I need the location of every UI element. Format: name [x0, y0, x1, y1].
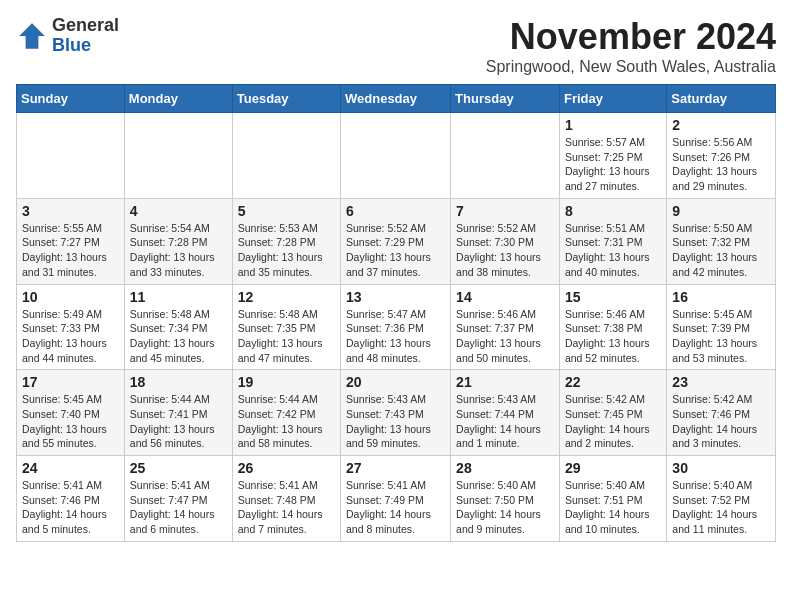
calendar-cell: 20Sunrise: 5:43 AM Sunset: 7:43 PM Dayli…	[341, 370, 451, 456]
day-number: 10	[22, 289, 119, 305]
header: General Blue November 2024 Springwood, N…	[16, 16, 776, 76]
weekday-header: Thursday	[451, 85, 560, 113]
calendar-cell: 23Sunrise: 5:42 AM Sunset: 7:46 PM Dayli…	[667, 370, 776, 456]
calendar-cell: 25Sunrise: 5:41 AM Sunset: 7:47 PM Dayli…	[124, 456, 232, 542]
day-info: Sunrise: 5:44 AM Sunset: 7:41 PM Dayligh…	[130, 392, 227, 451]
logo-general: General	[52, 16, 119, 36]
day-info: Sunrise: 5:40 AM Sunset: 7:50 PM Dayligh…	[456, 478, 554, 537]
day-number: 28	[456, 460, 554, 476]
calendar-cell	[17, 113, 125, 199]
day-number: 26	[238, 460, 335, 476]
day-info: Sunrise: 5:41 AM Sunset: 7:48 PM Dayligh…	[238, 478, 335, 537]
calendar-cell	[341, 113, 451, 199]
calendar-cell: 28Sunrise: 5:40 AM Sunset: 7:50 PM Dayli…	[451, 456, 560, 542]
calendar-week-row: 3Sunrise: 5:55 AM Sunset: 7:27 PM Daylig…	[17, 198, 776, 284]
day-info: Sunrise: 5:52 AM Sunset: 7:29 PM Dayligh…	[346, 221, 445, 280]
day-number: 4	[130, 203, 227, 219]
day-info: Sunrise: 5:42 AM Sunset: 7:46 PM Dayligh…	[672, 392, 770, 451]
weekday-header: Monday	[124, 85, 232, 113]
day-number: 18	[130, 374, 227, 390]
calendar-cell: 12Sunrise: 5:48 AM Sunset: 7:35 PM Dayli…	[232, 284, 340, 370]
day-number: 17	[22, 374, 119, 390]
day-number: 1	[565, 117, 661, 133]
day-info: Sunrise: 5:45 AM Sunset: 7:40 PM Dayligh…	[22, 392, 119, 451]
day-info: Sunrise: 5:45 AM Sunset: 7:39 PM Dayligh…	[672, 307, 770, 366]
day-info: Sunrise: 5:51 AM Sunset: 7:31 PM Dayligh…	[565, 221, 661, 280]
day-number: 27	[346, 460, 445, 476]
day-number: 11	[130, 289, 227, 305]
day-info: Sunrise: 5:57 AM Sunset: 7:25 PM Dayligh…	[565, 135, 661, 194]
calendar-cell: 8Sunrise: 5:51 AM Sunset: 7:31 PM Daylig…	[559, 198, 666, 284]
day-info: Sunrise: 5:41 AM Sunset: 7:49 PM Dayligh…	[346, 478, 445, 537]
day-info: Sunrise: 5:53 AM Sunset: 7:28 PM Dayligh…	[238, 221, 335, 280]
day-number: 9	[672, 203, 770, 219]
weekday-header-row: SundayMondayTuesdayWednesdayThursdayFrid…	[17, 85, 776, 113]
calendar-cell: 5Sunrise: 5:53 AM Sunset: 7:28 PM Daylig…	[232, 198, 340, 284]
day-info: Sunrise: 5:42 AM Sunset: 7:45 PM Dayligh…	[565, 392, 661, 451]
logo-blue: Blue	[52, 36, 119, 56]
day-number: 16	[672, 289, 770, 305]
day-info: Sunrise: 5:46 AM Sunset: 7:37 PM Dayligh…	[456, 307, 554, 366]
day-number: 22	[565, 374, 661, 390]
calendar-cell: 22Sunrise: 5:42 AM Sunset: 7:45 PM Dayli…	[559, 370, 666, 456]
day-number: 12	[238, 289, 335, 305]
day-number: 14	[456, 289, 554, 305]
calendar-week-row: 17Sunrise: 5:45 AM Sunset: 7:40 PM Dayli…	[17, 370, 776, 456]
logo-text: General Blue	[52, 16, 119, 56]
day-info: Sunrise: 5:41 AM Sunset: 7:47 PM Dayligh…	[130, 478, 227, 537]
day-number: 19	[238, 374, 335, 390]
calendar-cell	[451, 113, 560, 199]
calendar-cell: 29Sunrise: 5:40 AM Sunset: 7:51 PM Dayli…	[559, 456, 666, 542]
calendar-cell: 17Sunrise: 5:45 AM Sunset: 7:40 PM Dayli…	[17, 370, 125, 456]
calendar-cell	[124, 113, 232, 199]
logo-icon	[16, 20, 48, 52]
day-number: 15	[565, 289, 661, 305]
calendar-cell: 14Sunrise: 5:46 AM Sunset: 7:37 PM Dayli…	[451, 284, 560, 370]
day-info: Sunrise: 5:40 AM Sunset: 7:51 PM Dayligh…	[565, 478, 661, 537]
calendar-cell: 6Sunrise: 5:52 AM Sunset: 7:29 PM Daylig…	[341, 198, 451, 284]
day-number: 7	[456, 203, 554, 219]
day-info: Sunrise: 5:55 AM Sunset: 7:27 PM Dayligh…	[22, 221, 119, 280]
calendar-week-row: 1Sunrise: 5:57 AM Sunset: 7:25 PM Daylig…	[17, 113, 776, 199]
location-title: Springwood, New South Wales, Australia	[486, 58, 776, 76]
calendar-cell: 19Sunrise: 5:44 AM Sunset: 7:42 PM Dayli…	[232, 370, 340, 456]
weekday-header: Saturday	[667, 85, 776, 113]
calendar-cell: 27Sunrise: 5:41 AM Sunset: 7:49 PM Dayli…	[341, 456, 451, 542]
calendar-table: SundayMondayTuesdayWednesdayThursdayFrid…	[16, 84, 776, 542]
day-number: 23	[672, 374, 770, 390]
calendar-cell	[232, 113, 340, 199]
day-number: 25	[130, 460, 227, 476]
calendar-cell: 7Sunrise: 5:52 AM Sunset: 7:30 PM Daylig…	[451, 198, 560, 284]
day-info: Sunrise: 5:40 AM Sunset: 7:52 PM Dayligh…	[672, 478, 770, 537]
day-number: 6	[346, 203, 445, 219]
logo: General Blue	[16, 16, 119, 56]
calendar-cell: 13Sunrise: 5:47 AM Sunset: 7:36 PM Dayli…	[341, 284, 451, 370]
day-info: Sunrise: 5:48 AM Sunset: 7:35 PM Dayligh…	[238, 307, 335, 366]
day-number: 5	[238, 203, 335, 219]
day-info: Sunrise: 5:41 AM Sunset: 7:46 PM Dayligh…	[22, 478, 119, 537]
day-number: 20	[346, 374, 445, 390]
title-section: November 2024 Springwood, New South Wale…	[486, 16, 776, 76]
day-info: Sunrise: 5:43 AM Sunset: 7:43 PM Dayligh…	[346, 392, 445, 451]
calendar-cell: 30Sunrise: 5:40 AM Sunset: 7:52 PM Dayli…	[667, 456, 776, 542]
calendar-cell: 21Sunrise: 5:43 AM Sunset: 7:44 PM Dayli…	[451, 370, 560, 456]
svg-marker-0	[19, 23, 45, 49]
day-info: Sunrise: 5:56 AM Sunset: 7:26 PM Dayligh…	[672, 135, 770, 194]
calendar-cell: 9Sunrise: 5:50 AM Sunset: 7:32 PM Daylig…	[667, 198, 776, 284]
weekday-header: Sunday	[17, 85, 125, 113]
calendar-cell: 15Sunrise: 5:46 AM Sunset: 7:38 PM Dayli…	[559, 284, 666, 370]
day-number: 21	[456, 374, 554, 390]
calendar-week-row: 24Sunrise: 5:41 AM Sunset: 7:46 PM Dayli…	[17, 456, 776, 542]
day-number: 30	[672, 460, 770, 476]
calendar-cell: 10Sunrise: 5:49 AM Sunset: 7:33 PM Dayli…	[17, 284, 125, 370]
month-title: November 2024	[486, 16, 776, 58]
calendar-cell: 3Sunrise: 5:55 AM Sunset: 7:27 PM Daylig…	[17, 198, 125, 284]
day-info: Sunrise: 5:43 AM Sunset: 7:44 PM Dayligh…	[456, 392, 554, 451]
calendar-cell: 26Sunrise: 5:41 AM Sunset: 7:48 PM Dayli…	[232, 456, 340, 542]
day-number: 24	[22, 460, 119, 476]
day-info: Sunrise: 5:46 AM Sunset: 7:38 PM Dayligh…	[565, 307, 661, 366]
calendar-cell: 16Sunrise: 5:45 AM Sunset: 7:39 PM Dayli…	[667, 284, 776, 370]
calendar-cell: 4Sunrise: 5:54 AM Sunset: 7:28 PM Daylig…	[124, 198, 232, 284]
day-info: Sunrise: 5:49 AM Sunset: 7:33 PM Dayligh…	[22, 307, 119, 366]
day-info: Sunrise: 5:44 AM Sunset: 7:42 PM Dayligh…	[238, 392, 335, 451]
